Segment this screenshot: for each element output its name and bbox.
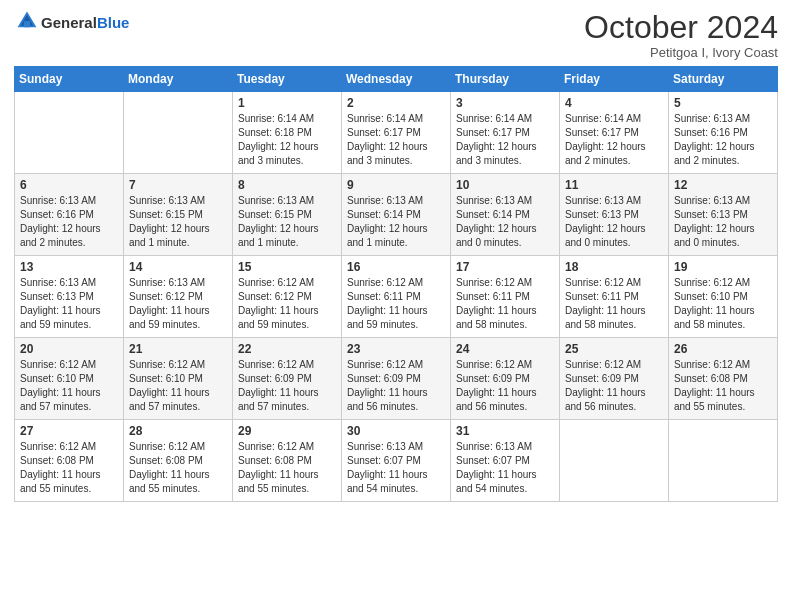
- calendar-header: SundayMondayTuesdayWednesdayThursdayFrid…: [15, 67, 778, 92]
- calendar-cell: 27Sunrise: 6:12 AM Sunset: 6:08 PM Dayli…: [15, 420, 124, 502]
- calendar-cell: 16Sunrise: 6:12 AM Sunset: 6:11 PM Dayli…: [342, 256, 451, 338]
- header-day-sunday: Sunday: [15, 67, 124, 92]
- calendar-cell: 6Sunrise: 6:13 AM Sunset: 6:16 PM Daylig…: [15, 174, 124, 256]
- day-info: Sunrise: 6:13 AM Sunset: 6:07 PM Dayligh…: [347, 440, 445, 496]
- day-info: Sunrise: 6:12 AM Sunset: 6:09 PM Dayligh…: [565, 358, 663, 414]
- svg-rect-2: [24, 21, 30, 27]
- day-info: Sunrise: 6:12 AM Sunset: 6:08 PM Dayligh…: [129, 440, 227, 496]
- calendar-cell: 11Sunrise: 6:13 AM Sunset: 6:13 PM Dayli…: [560, 174, 669, 256]
- calendar-cell: 13Sunrise: 6:13 AM Sunset: 6:13 PM Dayli…: [15, 256, 124, 338]
- day-info: Sunrise: 6:13 AM Sunset: 6:15 PM Dayligh…: [129, 194, 227, 250]
- day-number: 2: [347, 96, 445, 110]
- calendar-cell: 26Sunrise: 6:12 AM Sunset: 6:08 PM Dayli…: [669, 338, 778, 420]
- day-info: Sunrise: 6:13 AM Sunset: 6:07 PM Dayligh…: [456, 440, 554, 496]
- calendar-cell: 31Sunrise: 6:13 AM Sunset: 6:07 PM Dayli…: [451, 420, 560, 502]
- calendar-cell: 20Sunrise: 6:12 AM Sunset: 6:10 PM Dayli…: [15, 338, 124, 420]
- calendar-cell: 19Sunrise: 6:12 AM Sunset: 6:10 PM Dayli…: [669, 256, 778, 338]
- day-number: 7: [129, 178, 227, 192]
- calendar-cell: 17Sunrise: 6:12 AM Sunset: 6:11 PM Dayli…: [451, 256, 560, 338]
- day-number: 26: [674, 342, 772, 356]
- logo: GeneralBlue: [14, 10, 129, 36]
- calendar-cell: 29Sunrise: 6:12 AM Sunset: 6:08 PM Dayli…: [233, 420, 342, 502]
- day-info: Sunrise: 6:12 AM Sunset: 6:12 PM Dayligh…: [238, 276, 336, 332]
- day-number: 12: [674, 178, 772, 192]
- day-number: 10: [456, 178, 554, 192]
- day-info: Sunrise: 6:13 AM Sunset: 6:12 PM Dayligh…: [129, 276, 227, 332]
- day-info: Sunrise: 6:12 AM Sunset: 6:09 PM Dayligh…: [347, 358, 445, 414]
- day-number: 30: [347, 424, 445, 438]
- day-number: 23: [347, 342, 445, 356]
- day-info: Sunrise: 6:13 AM Sunset: 6:13 PM Dayligh…: [674, 194, 772, 250]
- calendar-cell: 5Sunrise: 6:13 AM Sunset: 6:16 PM Daylig…: [669, 92, 778, 174]
- calendar-cell: [560, 420, 669, 502]
- day-number: 11: [565, 178, 663, 192]
- week-row-3: 20Sunrise: 6:12 AM Sunset: 6:10 PM Dayli…: [15, 338, 778, 420]
- logo-icon: [16, 10, 38, 32]
- day-info: Sunrise: 6:12 AM Sunset: 6:11 PM Dayligh…: [456, 276, 554, 332]
- day-info: Sunrise: 6:13 AM Sunset: 6:16 PM Dayligh…: [674, 112, 772, 168]
- day-number: 25: [565, 342, 663, 356]
- day-number: 9: [347, 178, 445, 192]
- day-number: 24: [456, 342, 554, 356]
- day-info: Sunrise: 6:12 AM Sunset: 6:08 PM Dayligh…: [20, 440, 118, 496]
- day-info: Sunrise: 6:13 AM Sunset: 6:13 PM Dayligh…: [20, 276, 118, 332]
- day-info: Sunrise: 6:13 AM Sunset: 6:14 PM Dayligh…: [347, 194, 445, 250]
- day-number: 27: [20, 424, 118, 438]
- calendar-body: 1Sunrise: 6:14 AM Sunset: 6:18 PM Daylig…: [15, 92, 778, 502]
- month-year: October 2024: [584, 10, 778, 45]
- day-info: Sunrise: 6:12 AM Sunset: 6:10 PM Dayligh…: [674, 276, 772, 332]
- day-info: Sunrise: 6:14 AM Sunset: 6:17 PM Dayligh…: [456, 112, 554, 168]
- day-number: 1: [238, 96, 336, 110]
- calendar-cell: 28Sunrise: 6:12 AM Sunset: 6:08 PM Dayli…: [124, 420, 233, 502]
- header-day-monday: Monday: [124, 67, 233, 92]
- day-info: Sunrise: 6:12 AM Sunset: 6:10 PM Dayligh…: [20, 358, 118, 414]
- day-info: Sunrise: 6:14 AM Sunset: 6:17 PM Dayligh…: [347, 112, 445, 168]
- day-info: Sunrise: 6:13 AM Sunset: 6:13 PM Dayligh…: [565, 194, 663, 250]
- header-row: SundayMondayTuesdayWednesdayThursdayFrid…: [15, 67, 778, 92]
- subtitle: Petitgoa I, Ivory Coast: [584, 45, 778, 60]
- day-info: Sunrise: 6:13 AM Sunset: 6:16 PM Dayligh…: [20, 194, 118, 250]
- week-row-1: 6Sunrise: 6:13 AM Sunset: 6:16 PM Daylig…: [15, 174, 778, 256]
- day-info: Sunrise: 6:12 AM Sunset: 6:08 PM Dayligh…: [674, 358, 772, 414]
- week-row-2: 13Sunrise: 6:13 AM Sunset: 6:13 PM Dayli…: [15, 256, 778, 338]
- day-number: 17: [456, 260, 554, 274]
- calendar-cell: [669, 420, 778, 502]
- day-number: 4: [565, 96, 663, 110]
- calendar-cell: 18Sunrise: 6:12 AM Sunset: 6:11 PM Dayli…: [560, 256, 669, 338]
- calendar-cell: 23Sunrise: 6:12 AM Sunset: 6:09 PM Dayli…: [342, 338, 451, 420]
- calendar-cell: 7Sunrise: 6:13 AM Sunset: 6:15 PM Daylig…: [124, 174, 233, 256]
- week-row-4: 27Sunrise: 6:12 AM Sunset: 6:08 PM Dayli…: [15, 420, 778, 502]
- calendar-cell: 14Sunrise: 6:13 AM Sunset: 6:12 PM Dayli…: [124, 256, 233, 338]
- day-number: 5: [674, 96, 772, 110]
- day-number: 15: [238, 260, 336, 274]
- day-info: Sunrise: 6:14 AM Sunset: 6:17 PM Dayligh…: [565, 112, 663, 168]
- header-day-saturday: Saturday: [669, 67, 778, 92]
- logo-general: General: [41, 14, 97, 31]
- calendar-cell: 15Sunrise: 6:12 AM Sunset: 6:12 PM Dayli…: [233, 256, 342, 338]
- calendar-cell: 2Sunrise: 6:14 AM Sunset: 6:17 PM Daylig…: [342, 92, 451, 174]
- day-number: 29: [238, 424, 336, 438]
- calendar-cell: 10Sunrise: 6:13 AM Sunset: 6:14 PM Dayli…: [451, 174, 560, 256]
- title-block: October 2024 Petitgoa I, Ivory Coast: [584, 10, 778, 60]
- day-number: 22: [238, 342, 336, 356]
- calendar-cell: 21Sunrise: 6:12 AM Sunset: 6:10 PM Dayli…: [124, 338, 233, 420]
- calendar-cell: 8Sunrise: 6:13 AM Sunset: 6:15 PM Daylig…: [233, 174, 342, 256]
- calendar-cell: [15, 92, 124, 174]
- calendar-cell: 9Sunrise: 6:13 AM Sunset: 6:14 PM Daylig…: [342, 174, 451, 256]
- header: GeneralBlue October 2024 Petitgoa I, Ivo…: [14, 10, 778, 60]
- day-info: Sunrise: 6:14 AM Sunset: 6:18 PM Dayligh…: [238, 112, 336, 168]
- day-info: Sunrise: 6:12 AM Sunset: 6:08 PM Dayligh…: [238, 440, 336, 496]
- logo-blue: Blue: [97, 14, 130, 31]
- logo-text: GeneralBlue: [41, 15, 129, 32]
- day-number: 13: [20, 260, 118, 274]
- calendar-cell: 22Sunrise: 6:12 AM Sunset: 6:09 PM Dayli…: [233, 338, 342, 420]
- page: GeneralBlue October 2024 Petitgoa I, Ivo…: [0, 0, 792, 612]
- week-row-0: 1Sunrise: 6:14 AM Sunset: 6:18 PM Daylig…: [15, 92, 778, 174]
- day-info: Sunrise: 6:12 AM Sunset: 6:09 PM Dayligh…: [456, 358, 554, 414]
- calendar-table: SundayMondayTuesdayWednesdayThursdayFrid…: [14, 66, 778, 502]
- calendar-cell: 4Sunrise: 6:14 AM Sunset: 6:17 PM Daylig…: [560, 92, 669, 174]
- calendar-cell: 12Sunrise: 6:13 AM Sunset: 6:13 PM Dayli…: [669, 174, 778, 256]
- day-info: Sunrise: 6:12 AM Sunset: 6:11 PM Dayligh…: [565, 276, 663, 332]
- day-number: 31: [456, 424, 554, 438]
- day-info: Sunrise: 6:13 AM Sunset: 6:15 PM Dayligh…: [238, 194, 336, 250]
